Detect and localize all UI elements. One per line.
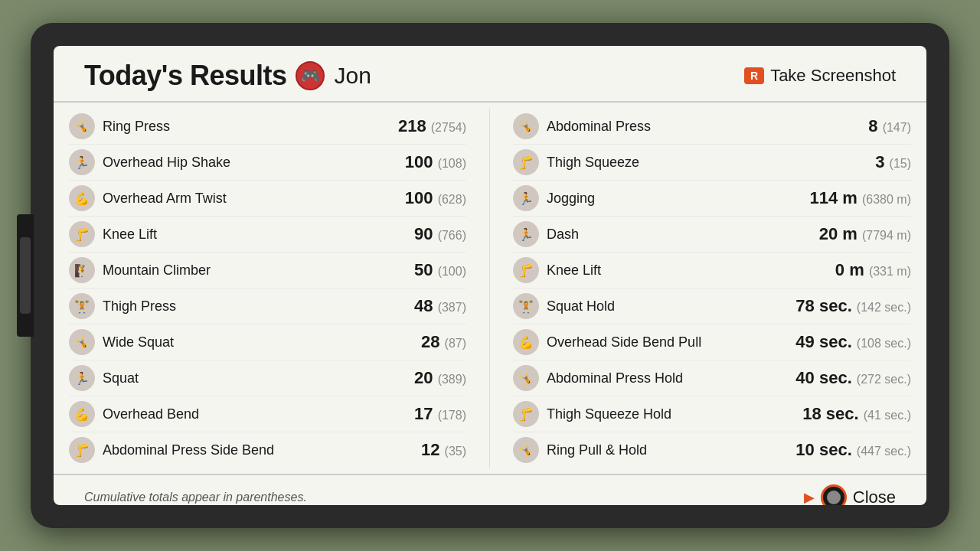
exercise-avatar: 🦵 — [513, 401, 539, 427]
exercise-score: 20 (389) — [414, 368, 466, 388]
exercise-score: 12 (35) — [421, 440, 466, 460]
exercise-avatar: 🏃 — [69, 149, 95, 175]
exercise-score: 114 m (6380 m) — [809, 188, 911, 208]
exercise-avatar: 🤸 — [513, 113, 539, 139]
player-avatar-icon: 🎮 — [296, 61, 325, 90]
exercise-name: Overhead Arm Twist — [103, 191, 405, 207]
exercise-name: Mountain Climber — [103, 262, 414, 279]
exercise-score: 78 sec. (142 sec.) — [795, 296, 911, 316]
exercise-avatar: 🤸 — [69, 113, 95, 139]
exercise-name: Wide Squat — [103, 334, 421, 350]
exercise-score: 40 sec. (272 sec.) — [795, 368, 911, 388]
exercise-name: Jogging — [547, 191, 809, 207]
close-button[interactable]: ▶ Close — [804, 484, 896, 505]
exercise-score: 100 (628) — [405, 188, 466, 208]
footer-note: Cumulative totals appear in parentheses. — [84, 491, 307, 504]
exercise-score: 218 (2754) — [398, 116, 466, 136]
header-left: Today's Results 🎮 Jon — [84, 60, 371, 92]
table-row: 🦵Thigh Squeeze Hold18 sec. (41 sec.) — [513, 396, 911, 432]
exercise-avatar: 🦵 — [513, 149, 539, 175]
right-column: 🤸Abdominal Press8 (147)🦵Thigh Squeeze3 (… — [490, 109, 911, 468]
r-button: R — [744, 67, 764, 84]
exercise-name: Squat — [103, 370, 414, 386]
device-frame: Today's Results 🎮 Jon R Take Screenshot … — [31, 23, 949, 528]
exercise-score: 100 (108) — [405, 152, 466, 172]
exercise-score: 49 sec. (108 sec.) — [795, 332, 911, 352]
table-row: 🧗Mountain Climber50 (100) — [69, 253, 466, 289]
exercise-avatar: 🦵 — [513, 257, 539, 283]
left-rail-inner — [20, 237, 31, 314]
exercise-avatar: 🏃 — [69, 365, 95, 391]
table-row: 🦵Abdominal Press Side Bend12 (35) — [69, 432, 466, 468]
header: Today's Results 🎮 Jon R Take Screenshot — [54, 46, 926, 103]
table-row: 🤸Wide Squat28 (87) — [69, 324, 466, 360]
exercise-name: Abdominal Press Hold — [547, 370, 795, 386]
exercise-avatar: 🧗 — [69, 257, 95, 283]
exercise-name: Thigh Squeeze Hold — [547, 406, 802, 422]
exercise-avatar: 🤸 — [69, 329, 95, 355]
exercise-name: Ring Press — [103, 119, 398, 135]
table-row: 🏃Jogging114 m (6380 m) — [513, 181, 911, 217]
left-rail — [17, 214, 34, 337]
exercise-grid: 🤸Ring Press218 (2754)🏃Overhead Hip Shake… — [54, 103, 926, 474]
exercise-avatar: 💪 — [69, 401, 95, 427]
table-row: 🦵Thigh Squeeze3 (15) — [513, 145, 911, 181]
close-label: Close — [853, 487, 896, 505]
exercise-name: Overhead Bend — [103, 406, 414, 422]
page-title: Today's Results — [84, 60, 286, 92]
exercise-avatar: 💪 — [69, 185, 95, 211]
exercise-avatar: 🦵 — [69, 221, 95, 247]
play-icon: ▶ — [804, 489, 815, 505]
exercise-score: 50 (100) — [414, 260, 466, 280]
table-row: 🦵Knee Lift0 m (331 m) — [513, 253, 911, 289]
exercise-name: Overhead Hip Shake — [103, 155, 405, 171]
exercise-avatar: 🏃 — [513, 185, 539, 211]
table-row: 💪Overhead Arm Twist100 (628) — [69, 181, 466, 217]
footer: Cumulative totals appear in parentheses.… — [54, 474, 926, 505]
table-row: 🏋Squat Hold78 sec. (142 sec.) — [513, 289, 911, 324]
exercise-name: Dash — [547, 227, 819, 243]
screen: Today's Results 🎮 Jon R Take Screenshot … — [54, 46, 926, 505]
exercise-name: Abdominal Press Side Bend — [103, 442, 421, 458]
exercise-score: 3 (15) — [875, 152, 911, 172]
exercise-name: Squat Hold — [547, 298, 795, 315]
exercise-name: Thigh Press — [103, 298, 414, 315]
table-row: 🏋Thigh Press48 (387) — [69, 289, 466, 324]
exercise-name: Knee Lift — [547, 262, 835, 279]
exercise-avatar: 🦵 — [69, 437, 95, 463]
exercise-avatar: 🏋 — [69, 293, 95, 319]
header-right: R Take Screenshot — [744, 66, 896, 86]
table-row: 🏃Dash20 m (7794 m) — [513, 217, 911, 253]
table-row: 💪Overhead Side Bend Pull49 sec. (108 sec… — [513, 324, 911, 360]
exercise-score: 20 m (7794 m) — [819, 224, 911, 244]
exercise-score: 90 (766) — [414, 224, 466, 244]
exercise-name: Knee Lift — [103, 227, 414, 243]
exercise-name: Ring Pull & Hold — [547, 442, 795, 458]
player-name: Jon — [334, 63, 371, 89]
screenshot-label[interactable]: Take Screenshot — [770, 66, 896, 86]
close-icon-inner — [827, 491, 841, 504]
table-row: 🤸Ring Press218 (2754) — [69, 109, 466, 145]
exercise-score: 28 (87) — [421, 332, 466, 352]
exercise-score: 0 m (331 m) — [835, 260, 911, 280]
exercise-score: 8 (147) — [868, 116, 911, 136]
exercise-score: 48 (387) — [414, 296, 466, 316]
exercise-avatar: 🏋 — [513, 293, 539, 319]
table-row: 🤸Ring Pull & Hold10 sec. (447 sec.) — [513, 432, 911, 468]
exercise-avatar: 🏃 — [513, 221, 539, 247]
table-row: 💪Overhead Bend17 (178) — [69, 396, 466, 432]
exercise-name: Thigh Squeeze — [547, 155, 875, 171]
exercise-score: 18 sec. (41 sec.) — [802, 404, 911, 424]
exercise-avatar: 🤸 — [513, 365, 539, 391]
close-icon — [821, 484, 847, 505]
table-row: 🤸Abdominal Press8 (147) — [513, 109, 911, 145]
exercise-name: Abdominal Press — [547, 119, 868, 135]
exercise-avatar: 🤸 — [513, 437, 539, 463]
table-row: 🏃Squat20 (389) — [69, 360, 466, 396]
exercise-score: 10 sec. (447 sec.) — [795, 440, 911, 460]
left-column: 🤸Ring Press218 (2754)🏃Overhead Hip Shake… — [69, 109, 490, 468]
exercise-name: Overhead Side Bend Pull — [547, 334, 795, 350]
exercise-avatar: 💪 — [513, 329, 539, 355]
table-row: 🏃Overhead Hip Shake100 (108) — [69, 145, 466, 181]
exercise-score: 17 (178) — [414, 404, 466, 424]
